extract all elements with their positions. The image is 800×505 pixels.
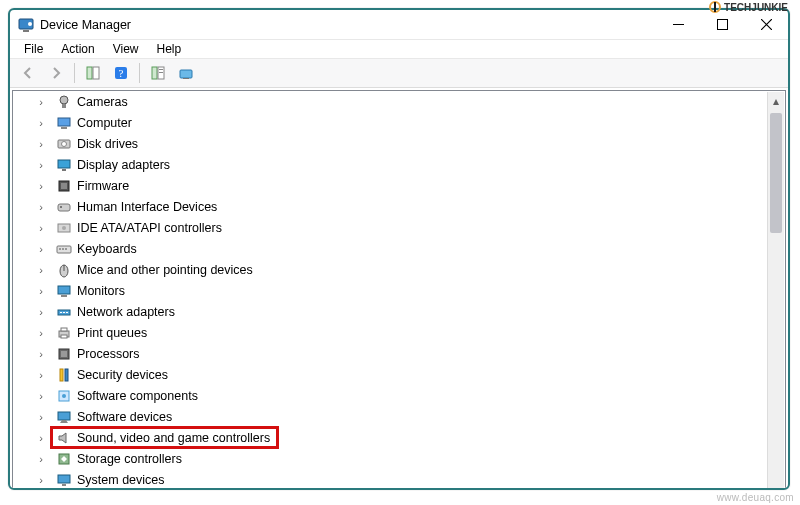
scroll-thumb[interactable] (770, 113, 782, 233)
svg-rect-45 (61, 351, 67, 357)
tree-item-label: Cameras (77, 95, 128, 109)
svg-rect-4 (717, 20, 727, 30)
tree-item-label: Monitors (77, 284, 125, 298)
expander-icon[interactable]: › (35, 453, 47, 465)
toolbar-show-tree-button[interactable] (81, 61, 105, 85)
tree-item[interactable]: ›Disk drives (39, 133, 785, 154)
storage-icon (56, 451, 72, 467)
svg-rect-5 (87, 67, 92, 79)
expander-icon[interactable]: › (35, 327, 47, 339)
tree-item[interactable]: ›Keyboards (39, 238, 785, 259)
tree-item[interactable]: ›Processors (39, 343, 785, 364)
expander-icon[interactable]: › (35, 138, 47, 150)
svg-rect-38 (60, 312, 62, 313)
expander-icon[interactable]: › (35, 222, 47, 234)
toolbar-show-hidden-button[interactable] (174, 61, 198, 85)
menu-action[interactable]: Action (53, 40, 102, 58)
svg-rect-43 (61, 335, 67, 338)
mouse-icon (56, 262, 72, 278)
tree-item[interactable]: ›Human Interface Devices (39, 196, 785, 217)
app-icon (18, 17, 34, 33)
menu-view[interactable]: View (105, 40, 147, 58)
ide-icon (56, 220, 72, 236)
svg-point-15 (60, 96, 68, 104)
svg-rect-22 (62, 169, 66, 171)
svg-rect-21 (58, 160, 70, 168)
tree-view[interactable]: ›Cameras›Computer›Disk drives›Display ad… (12, 90, 786, 490)
security-icon (56, 367, 72, 383)
expander-icon[interactable]: › (35, 180, 47, 192)
tree-item[interactable]: ›Software components (39, 385, 785, 406)
tree-item[interactable]: ›Computer (39, 112, 785, 133)
menu-help[interactable]: Help (149, 40, 190, 58)
titlebar[interactable]: Device Manager (10, 10, 788, 40)
close-button[interactable] (744, 10, 788, 40)
scroll-track[interactable] (768, 109, 784, 490)
expander-icon[interactable]: › (35, 369, 47, 381)
printer-icon (56, 325, 72, 341)
svg-rect-31 (62, 248, 64, 250)
svg-point-20 (62, 141, 67, 146)
menu-file[interactable]: File (16, 40, 51, 58)
tree-item[interactable]: ›Monitors (39, 280, 785, 301)
minimize-button[interactable] (656, 10, 700, 40)
svg-rect-9 (152, 67, 157, 79)
expander-icon[interactable]: › (35, 432, 47, 444)
network-icon (56, 304, 72, 320)
tree-item-label: Storage controllers (77, 452, 182, 466)
toolbar-help-button[interactable]: ? (109, 61, 133, 85)
tree-item[interactable]: ›IDE ATA/ATAPI controllers (39, 217, 785, 238)
tree-item[interactable]: ›Cameras (39, 91, 785, 112)
logo-text: TECHJUNKIE (724, 2, 788, 13)
tree-item-label: Print queues (77, 326, 147, 340)
expander-icon[interactable]: › (35, 96, 47, 108)
swdev-icon (56, 409, 72, 425)
expander-icon[interactable]: › (35, 348, 47, 360)
tree-item-label: Software components (77, 389, 198, 403)
svg-rect-13 (180, 70, 192, 78)
tree-item[interactable]: ›Print queues (39, 322, 785, 343)
expander-icon[interactable]: › (35, 117, 47, 129)
tree-item[interactable]: ›Network adapters (39, 301, 785, 322)
svg-rect-25 (58, 204, 70, 211)
expander-icon[interactable]: › (35, 306, 47, 318)
device-manager-window: Device Manager File Action View Help ? (8, 8, 790, 490)
tree-item[interactable]: ›Firmware (39, 175, 785, 196)
expander-icon[interactable]: › (35, 264, 47, 276)
svg-rect-35 (58, 286, 70, 294)
svg-rect-30 (59, 248, 61, 250)
tree-item-label: Computer (77, 116, 132, 130)
svg-rect-11 (159, 69, 163, 70)
expander-icon[interactable]: › (35, 159, 47, 171)
expander-icon[interactable]: › (35, 390, 47, 402)
tree-item[interactable]: ›Software devices (39, 406, 785, 427)
tree-item-label: Sound, video and game controllers (77, 431, 270, 445)
svg-rect-39 (63, 312, 65, 313)
maximize-button[interactable] (700, 10, 744, 40)
svg-text:?: ? (119, 67, 124, 79)
svg-rect-1 (23, 30, 29, 32)
svg-rect-17 (58, 118, 70, 126)
scroll-up-button[interactable]: ▴ (768, 92, 784, 109)
tree-item[interactable]: ›Sound, video and game controllers (39, 427, 785, 448)
svg-rect-12 (159, 72, 163, 73)
vertical-scrollbar[interactable]: ▴ ▾ (767, 92, 784, 490)
svg-rect-18 (61, 127, 67, 129)
keyboard-icon (56, 241, 72, 257)
external-logo: TECHJUNKIE (709, 0, 788, 14)
tree-item-label: System devices (77, 473, 165, 487)
expander-icon[interactable]: › (35, 474, 47, 486)
tree-item[interactable]: ›Mice and other pointing devices (39, 259, 785, 280)
disk-icon (56, 136, 72, 152)
svg-rect-40 (66, 312, 68, 313)
expander-icon[interactable]: › (35, 285, 47, 297)
tree-item[interactable]: ›Storage controllers (39, 448, 785, 469)
toolbar-properties-button[interactable] (146, 61, 170, 85)
expander-icon[interactable]: › (35, 201, 47, 213)
tree-item[interactable]: ›Display adapters (39, 154, 785, 175)
tree-item[interactable]: ›System devices (39, 469, 785, 490)
expander-icon[interactable]: › (35, 411, 47, 423)
tree-item[interactable]: ›Security devices (39, 364, 785, 385)
expander-icon[interactable]: › (35, 243, 47, 255)
toolbar-separator (139, 63, 140, 83)
